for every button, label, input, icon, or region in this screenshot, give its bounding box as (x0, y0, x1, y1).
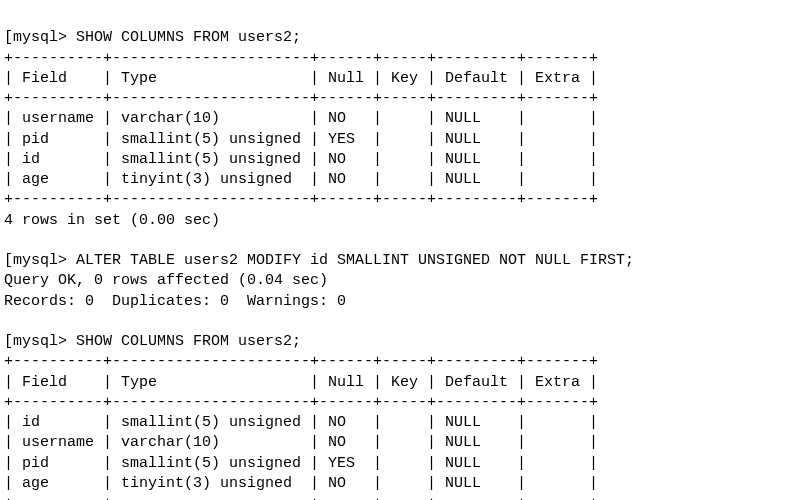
terminal-output: [mysql> SHOW COLUMNS FROM users2; +-----… (4, 29, 634, 500)
